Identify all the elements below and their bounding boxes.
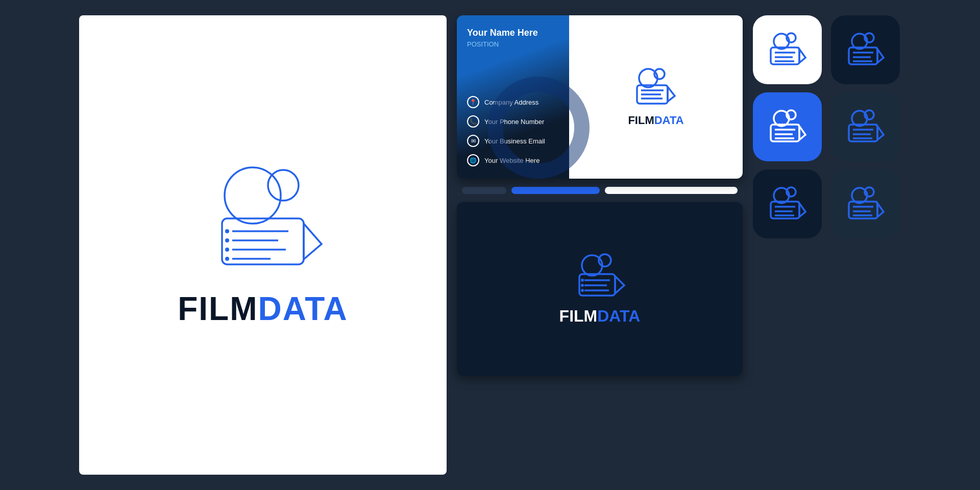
svg-point-10 xyxy=(225,248,229,252)
back-logo-text: FILMDATA xyxy=(559,307,641,326)
svg-marker-39 xyxy=(877,49,884,63)
website-icon: 🌐 xyxy=(467,154,479,166)
card-logo-text: FILMDATA xyxy=(628,114,683,127)
back-data: DATA xyxy=(597,307,640,325)
app-icon-5 xyxy=(753,169,822,238)
svg-point-8 xyxy=(225,229,229,233)
card-name: Your Name Here xyxy=(467,28,559,38)
svg-point-1 xyxy=(268,170,299,201)
app-icon-4 xyxy=(831,92,900,161)
strip-blue xyxy=(511,187,600,194)
svg-marker-3 xyxy=(304,224,322,259)
svg-point-9 xyxy=(225,238,229,242)
card-arc xyxy=(487,77,590,179)
svg-marker-22 xyxy=(615,276,624,293)
card-left-side: Your Name Here POSITION 📍 Company Addres… xyxy=(457,15,569,179)
app-icons-panel xyxy=(753,15,901,238)
main-camera-icon xyxy=(191,162,334,275)
back-camera-icon xyxy=(569,253,630,299)
svg-marker-53 xyxy=(877,126,884,140)
app-icon-6-camera xyxy=(843,186,889,222)
card-strips xyxy=(457,187,743,194)
app-icon-1-camera xyxy=(765,32,811,68)
main-logo-text: FILMDATA xyxy=(178,290,348,328)
strip-dark xyxy=(462,187,506,194)
phone-icon: 📞 xyxy=(467,115,479,128)
strip-white xyxy=(605,187,738,194)
svg-point-26 xyxy=(581,279,584,282)
back-film: FILM xyxy=(559,307,598,325)
svg-point-27 xyxy=(581,284,584,287)
middle-panel: Your Name Here POSITION 📍 Company Addres… xyxy=(457,15,743,376)
email-icon: ✉ xyxy=(467,135,479,147)
main-container: FILMDATA Your Name Here POSITION 📍 Compa… xyxy=(69,5,911,485)
address-icon: 📍 xyxy=(467,96,479,108)
app-icon-6 xyxy=(831,169,900,238)
svg-marker-60 xyxy=(799,203,805,217)
card-film: FILM xyxy=(628,114,654,127)
app-icon-4-camera xyxy=(843,109,889,145)
svg-rect-2 xyxy=(222,218,304,264)
card-data: DATA xyxy=(654,114,684,127)
card-right-side: FILMDATA xyxy=(569,15,743,179)
app-icon-3-camera xyxy=(765,109,811,145)
app-icon-1 xyxy=(753,15,822,84)
app-icon-3 xyxy=(753,92,822,161)
app-icon-2-camera xyxy=(843,32,889,68)
app-icon-2 xyxy=(831,15,900,84)
svg-point-28 xyxy=(581,289,584,292)
app-icon-5-camera xyxy=(765,186,811,222)
svg-marker-67 xyxy=(877,203,884,217)
svg-marker-15 xyxy=(668,87,675,102)
film-text: FILM xyxy=(178,290,258,327)
svg-marker-46 xyxy=(799,126,805,140)
business-card-back: FILMDATA xyxy=(457,202,743,376)
svg-point-11 xyxy=(225,257,229,261)
svg-marker-32 xyxy=(799,49,805,63)
business-card-front: Your Name Here POSITION 📍 Company Addres… xyxy=(457,15,743,179)
data-text: DATA xyxy=(258,290,348,327)
card-position: POSITION xyxy=(467,40,559,48)
card-camera-icon xyxy=(628,67,684,108)
main-logo-panel: FILMDATA xyxy=(79,15,447,475)
